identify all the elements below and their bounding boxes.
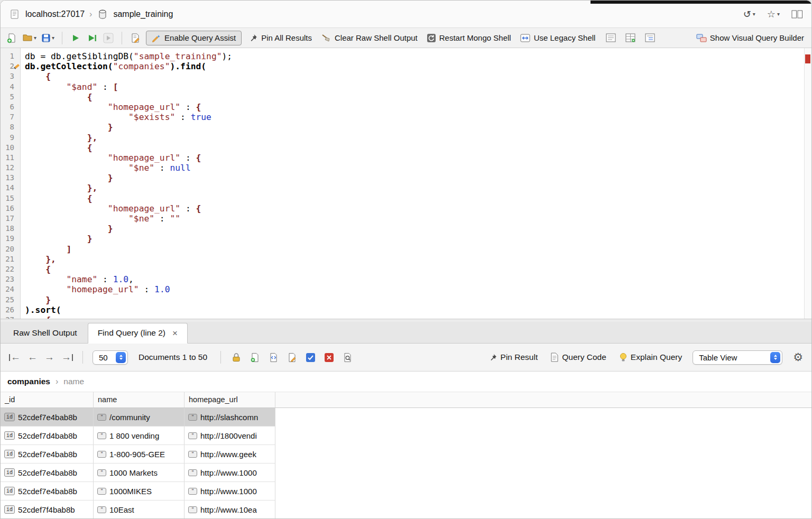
tab-find-query[interactable]: Find Query (line 2) × bbox=[88, 323, 188, 344]
editor-line[interactable]: 9 }, bbox=[1, 133, 804, 143]
cell-id[interactable]: id52cdef7d4bab8b bbox=[1, 427, 94, 444]
layout-panels-button[interactable] bbox=[791, 8, 803, 21]
save-button[interactable]: ▾ bbox=[41, 32, 54, 44]
pin-all-results-button[interactable]: Pin All Results bbox=[246, 32, 314, 44]
table-row[interactable]: id52cdef7e4bab8b"/community"http://slash… bbox=[1, 408, 275, 427]
restart-mongo-shell-button[interactable]: Restart Mongo Shell bbox=[425, 32, 513, 44]
table-row[interactable]: id52cdef7f4bab8b"10East"http://www.10ea bbox=[1, 501, 275, 519]
last-page-button[interactable]: → bbox=[61, 351, 73, 363]
column-header-name[interactable]: name bbox=[94, 392, 184, 407]
editor-line[interactable]: 20 ] bbox=[1, 244, 804, 254]
editor-line[interactable]: 8 } bbox=[1, 122, 804, 132]
new-script-button[interactable] bbox=[6, 32, 17, 44]
cell-name[interactable]: "1000 Markets bbox=[94, 464, 184, 481]
editor-line[interactable]: 6 "homepage_url" : { bbox=[1, 102, 804, 112]
editor-line[interactable]: 7 "$exists" : true bbox=[1, 112, 804, 122]
table-row[interactable]: id52cdef7e4bab8b"1000MIKES"http://www.10… bbox=[1, 482, 275, 501]
cell-id[interactable]: id52cdef7e4bab8b bbox=[1, 464, 94, 481]
cell-homepage-url[interactable]: "http://www.geek bbox=[184, 445, 275, 463]
cell-name[interactable]: "1 800 vending bbox=[94, 427, 184, 444]
add-document-button[interactable] bbox=[249, 351, 261, 364]
open-button[interactable]: ▾ bbox=[22, 32, 36, 44]
cell-name[interactable]: "1000MIKES bbox=[94, 482, 184, 500]
cell-homepage-url[interactable]: "http://www.10ea bbox=[184, 501, 275, 518]
show-visual-query-builder-button[interactable]: Show Visual Query Builder bbox=[694, 32, 806, 44]
editor-line[interactable]: 5 { bbox=[1, 92, 804, 102]
view-document-button[interactable] bbox=[267, 351, 279, 364]
use-legacy-shell-button[interactable]: Use Legacy Shell bbox=[518, 32, 598, 44]
previous-page-button[interactable]: ← bbox=[27, 351, 38, 363]
cell-name[interactable]: "10East bbox=[94, 501, 184, 518]
clear-raw-shell-output-button[interactable]: Clear Raw Shell Output bbox=[319, 32, 420, 44]
cell-homepage-url[interactable]: "http://www.1000 bbox=[184, 482, 275, 500]
enable-query-assist-button[interactable]: Enable Query Assist bbox=[146, 31, 242, 45]
text-results-view-button[interactable] bbox=[605, 32, 617, 44]
column-header-homepage-url[interactable]: homepage_url bbox=[184, 392, 275, 407]
table-row[interactable]: id52cdef7e4bab8b"1000 Markets"http://www… bbox=[1, 464, 275, 482]
connection-host[interactable]: localhost:27017 bbox=[25, 10, 85, 19]
table-row[interactable]: id52cdef7d4bab8b"1 800 vending"http://18… bbox=[1, 427, 275, 445]
explain-query-button[interactable]: Explain Query bbox=[617, 351, 684, 363]
database-name[interactable]: sample_training bbox=[113, 10, 173, 19]
breadcrumb-field[interactable]: name bbox=[63, 377, 84, 386]
editor-line[interactable]: 22 { bbox=[1, 264, 804, 274]
editor-line[interactable]: 1db = db.getSiblingDB("sample_training")… bbox=[1, 51, 804, 61]
cell-name[interactable]: "/community bbox=[94, 408, 184, 426]
cell-homepage-url[interactable]: "http://slashcomn bbox=[184, 408, 275, 426]
run-selection-button[interactable] bbox=[103, 32, 114, 44]
editor-line[interactable]: 13 } bbox=[1, 173, 804, 183]
editor-line[interactable]: 17 "$ne" : "" bbox=[1, 214, 804, 224]
editor-line[interactable]: 21 }, bbox=[1, 254, 804, 264]
table-row[interactable]: id52cdef7e4bab8b"1-800-905-GEE"http://ww… bbox=[1, 445, 275, 464]
results-settings-button[interactable]: ⚙ bbox=[793, 351, 803, 364]
cell-id[interactable]: id52cdef7f4bab8b bbox=[1, 501, 94, 518]
delete-documents-button[interactable] bbox=[323, 351, 335, 364]
editor-line[interactable]: 2db.getCollection("companies").find( bbox=[1, 61, 804, 71]
tree-results-view-button[interactable] bbox=[644, 32, 656, 44]
column-header-id[interactable]: _id bbox=[1, 392, 94, 407]
query-history-button[interactable]: ↺▾ bbox=[743, 8, 755, 20]
editor-line[interactable]: 24 "homepage_url" : 1.0 bbox=[1, 284, 804, 294]
favorites-button[interactable]: ☆▾ bbox=[767, 8, 780, 20]
view-mode-select[interactable]: Table View bbox=[693, 350, 782, 365]
editor-line[interactable]: 27 { bbox=[1, 315, 804, 319]
cell-homepage-url[interactable]: "http://1800vendi bbox=[184, 427, 275, 444]
edit-query-button[interactable] bbox=[130, 32, 141, 44]
editor-line[interactable]: 26).sort( bbox=[1, 305, 804, 315]
editor-line[interactable]: 10 { bbox=[1, 143, 804, 153]
editor-line[interactable]: 18 } bbox=[1, 224, 804, 234]
cell-name[interactable]: "1-800-905-GEE bbox=[94, 445, 184, 463]
run-to-cursor-button[interactable] bbox=[86, 32, 98, 44]
editor-line[interactable]: 3 { bbox=[1, 71, 804, 81]
editor-line[interactable]: 11 "homepage_url" : { bbox=[1, 153, 804, 163]
error-stripe-marker[interactable] bbox=[805, 54, 810, 63]
cell-id[interactable]: id52cdef7e4bab8b bbox=[1, 445, 94, 463]
run-button[interactable] bbox=[70, 32, 81, 44]
editor-line[interactable]: 4 "$and" : [ bbox=[1, 82, 804, 92]
tab-raw-shell-output[interactable]: Raw Shell Output bbox=[4, 323, 87, 343]
editor-scrollbar[interactable] bbox=[804, 48, 811, 319]
grid-results-view-button[interactable] bbox=[625, 32, 636, 44]
cell-id[interactable]: id52cdef7e4bab8b bbox=[1, 482, 94, 500]
shell-script-editor[interactable]: 1db = db.getSiblingDB("sample_training")… bbox=[1, 48, 811, 319]
cell-id[interactable]: id52cdef7e4bab8b bbox=[1, 408, 94, 426]
editor-line[interactable]: 25 } bbox=[1, 295, 804, 305]
update-documents-button[interactable] bbox=[304, 351, 316, 364]
lock-results-button[interactable] bbox=[230, 351, 242, 364]
page-size-select[interactable]: 50 bbox=[93, 350, 128, 365]
breadcrumb-collection[interactable]: companies bbox=[7, 377, 50, 386]
first-page-button[interactable]: ← bbox=[9, 351, 21, 363]
close-icon[interactable]: × bbox=[172, 329, 178, 338]
editor-line[interactable]: 16 "homepage_url" : { bbox=[1, 203, 804, 214]
pin-result-button[interactable]: Pin Result bbox=[486, 351, 540, 363]
edit-document-button[interactable] bbox=[286, 351, 298, 364]
editor-line[interactable]: 23 "name" : 1.0, bbox=[1, 274, 804, 284]
next-page-button[interactable]: → bbox=[44, 351, 54, 363]
query-code-button[interactable]: Query Code bbox=[548, 351, 608, 363]
editor-line[interactable]: 14 }, bbox=[1, 183, 804, 193]
editor-line[interactable]: 12 "$ne" : null bbox=[1, 163, 804, 173]
editor-line[interactable]: 15 { bbox=[1, 193, 804, 203]
cell-homepage-url[interactable]: "http://www.1000 bbox=[184, 464, 275, 481]
find-in-results-button[interactable] bbox=[342, 351, 353, 364]
editor-line[interactable]: 19 } bbox=[1, 234, 804, 244]
